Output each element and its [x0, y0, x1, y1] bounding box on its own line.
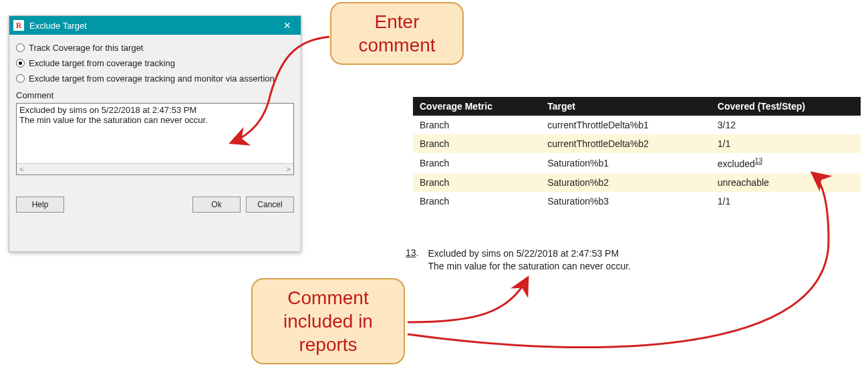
footnote-number: 13. — [406, 247, 418, 273]
table-row: Branch Saturation%b1 excluded13 — [413, 153, 861, 173]
comment-line: The min value for the saturation can nev… — [19, 115, 291, 125]
radio-icon — [16, 74, 25, 83]
cell-target: Saturation%b3 — [541, 192, 711, 211]
cell-metric: Branch — [413, 134, 541, 153]
radio-icon — [16, 59, 25, 68]
dialog-body: Track Coverage for this target Exclude t… — [9, 35, 301, 219]
table-row: Branch currentThrottleDelta%b2 1/1 — [413, 134, 861, 153]
radio-track-coverage[interactable]: Track Coverage for this target — [16, 40, 294, 55]
table-row: Branch currentThrottleDelta%b1 3/12 — [413, 116, 861, 134]
cell-covered: excluded13 — [711, 153, 861, 173]
radio-exclude-and-monitor[interactable]: Exclude target from coverage tracking an… — [16, 71, 294, 86]
footnote-line: Excluded by sims on 5/22/2018 at 2:47:53… — [428, 247, 631, 260]
covered-value: excluded — [718, 158, 755, 169]
col-coverage-metric: Coverage Metric — [413, 97, 541, 116]
radio-label: Track Coverage for this target — [29, 43, 143, 53]
footnote-text: Excluded by sims on 5/22/2018 at 2:47:53… — [428, 247, 631, 273]
callout-enter-comment: Enter comment — [330, 2, 464, 65]
cell-metric: Branch — [413, 192, 541, 211]
callout-comment-in-reports: Comment included in reports — [251, 278, 405, 364]
table-row: Branch Saturation%b2 unreachable — [413, 173, 861, 192]
cell-metric: Branch — [413, 153, 541, 173]
help-button[interactable]: Help — [16, 197, 64, 213]
dialog-button-row: Help Ok Cancel — [16, 197, 294, 213]
coverage-table: Coverage Metric Target Covered (Test/Ste… — [413, 97, 861, 211]
cell-target: currentThrottleDelta%b1 — [541, 116, 711, 134]
scroll-left-icon[interactable]: < — [19, 164, 23, 174]
footnote-ref[interactable]: 13 — [755, 157, 762, 164]
table-row: Branch Saturation%b3 1/1 — [413, 192, 861, 211]
callout-text: Enter comment — [358, 11, 435, 55]
radio-exclude-target[interactable]: Exclude target from coverage tracking — [16, 55, 294, 71]
comment-label: Comment — [16, 90, 294, 100]
ok-button[interactable]: Ok — [192, 197, 241, 213]
app-logo-icon: R — [13, 20, 24, 31]
horizontal-scrollbar[interactable]: < > — [17, 163, 293, 174]
cell-metric: Branch — [413, 173, 541, 192]
col-covered: Covered (Test/Step) — [711, 97, 861, 116]
radio-label: Exclude target from coverage tracking — [29, 58, 175, 68]
dialog-titlebar: R Exclude Target ✕ — [9, 16, 301, 35]
comment-textarea[interactable]: Excluded by sims on 5/22/2018 at 2:47:53… — [16, 103, 294, 175]
cancel-button[interactable]: Cancel — [246, 197, 294, 213]
cell-covered: unreachable — [711, 173, 861, 192]
close-icon[interactable]: ✕ — [278, 20, 297, 31]
radio-label: Exclude target from coverage tracking an… — [29, 74, 275, 84]
arrow-included-to-footnote — [408, 277, 528, 322]
footnote-line: The min value for the saturation can nev… — [428, 260, 631, 273]
cell-metric: Branch — [413, 116, 541, 134]
cell-covered: 1/1 — [711, 134, 861, 153]
cell-target: Saturation%b1 — [541, 153, 711, 173]
cell-target: Saturation%b2 — [541, 173, 711, 192]
cell-covered: 3/12 — [711, 116, 861, 134]
coverage-report: Coverage Metric Target Covered (Test/Ste… — [413, 97, 861, 211]
report-footnote: 13. Excluded by sims on 5/22/2018 at 2:4… — [406, 247, 833, 273]
button-spacer — [69, 197, 187, 213]
radio-icon — [16, 43, 25, 52]
exclude-target-dialog: R Exclude Target ✕ Track Coverage for th… — [9, 15, 301, 252]
col-target: Target — [541, 97, 711, 116]
dialog-title: Exclude Target — [29, 21, 278, 31]
scroll-right-icon[interactable]: > — [287, 164, 291, 174]
comment-line: Excluded by sims on 5/22/2018 at 2:47:53… — [19, 105, 291, 115]
callout-text: Comment included in reports — [283, 287, 373, 355]
cell-target: currentThrottleDelta%b2 — [541, 134, 711, 153]
table-header-row: Coverage Metric Target Covered (Test/Ste… — [413, 97, 861, 116]
cell-covered: 1/1 — [711, 192, 861, 211]
